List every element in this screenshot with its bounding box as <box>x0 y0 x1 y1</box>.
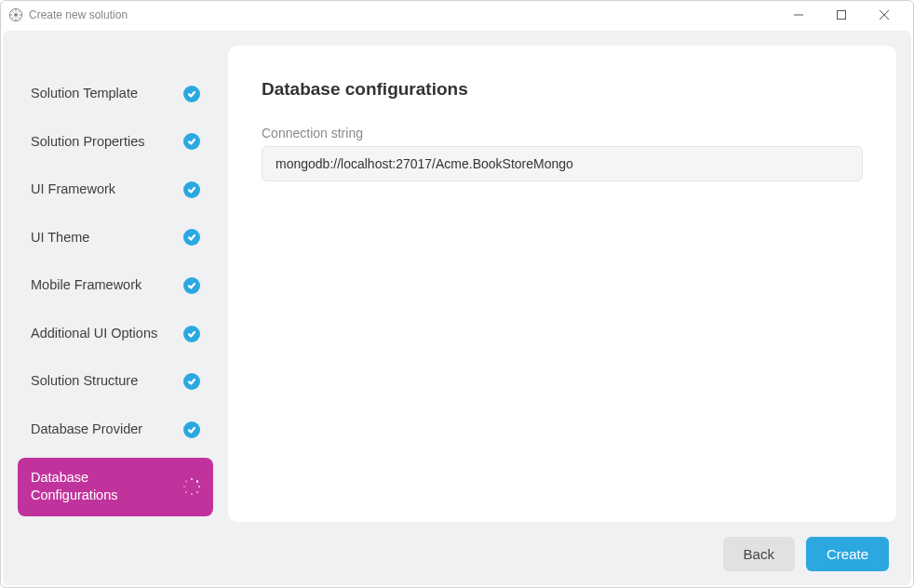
step-database-provider[interactable]: Database Provider <box>18 409 213 450</box>
check-icon <box>183 277 200 294</box>
dialog-body: Solution Template Solution Properties UI… <box>3 31 911 585</box>
create-button[interactable]: Create <box>806 537 889 571</box>
check-icon <box>183 326 200 342</box>
close-button[interactable] <box>863 1 906 29</box>
main-panel: Database configurations Connection strin… <box>228 46 896 522</box>
svg-line-6 <box>12 10 13 11</box>
connection-field: Connection string <box>262 126 863 181</box>
step-ui-framework[interactable]: UI Framework <box>18 169 213 210</box>
svg-point-1 <box>14 13 18 17</box>
content-row: Solution Template Solution Properties UI… <box>3 31 911 522</box>
check-icon <box>183 373 200 390</box>
step-solution-structure[interactable]: Solution Structure <box>18 361 213 402</box>
step-label: Solution Structure <box>31 372 176 391</box>
svg-line-7 <box>19 17 20 18</box>
window-controls <box>777 1 906 29</box>
check-icon <box>183 181 200 198</box>
app-icon <box>8 7 23 22</box>
step-label: Mobile Framework <box>31 276 176 295</box>
step-label: UI Theme <box>31 229 176 247</box>
step-label: Solution Properties <box>31 133 176 152</box>
window-title: Create new solution <box>29 8 128 21</box>
back-button[interactable]: Back <box>723 537 795 571</box>
step-solution-template[interactable]: Solution Template <box>18 74 213 114</box>
dialog-window: Create new solution Solution Template <box>0 0 914 588</box>
svg-rect-11 <box>838 10 846 19</box>
page-title: Database configurations <box>262 79 863 100</box>
step-mobile-framework[interactable]: Mobile Framework <box>18 265 213 306</box>
svg-line-8 <box>12 17 13 18</box>
step-ui-theme[interactable]: UI Theme <box>18 218 213 259</box>
wizard-sidebar: Solution Template Solution Properties UI… <box>18 46 213 522</box>
titlebar: Create new solution <box>1 1 913 29</box>
step-label: Additional UI Options <box>31 325 176 343</box>
maximize-button[interactable] <box>820 1 863 29</box>
check-icon <box>183 133 200 150</box>
connection-string-input[interactable] <box>262 146 863 181</box>
step-additional-ui-options[interactable]: Additional UI Options <box>18 314 213 354</box>
step-solution-properties[interactable]: Solution Properties <box>18 122 213 163</box>
connection-string-label: Connection string <box>262 126 863 140</box>
step-label: Database Configurations <box>31 469 176 505</box>
check-icon <box>183 86 200 102</box>
svg-line-9 <box>19 10 20 11</box>
spinner-icon <box>183 478 200 495</box>
step-database-configurations[interactable]: Database Configurations <box>18 458 213 516</box>
check-icon <box>183 421 200 438</box>
step-label: UI Framework <box>31 180 176 199</box>
check-icon <box>183 229 200 246</box>
step-label: Database Provider <box>31 421 176 439</box>
step-label: Solution Template <box>31 85 176 103</box>
dialog-footer: Back Create <box>3 522 911 585</box>
minimize-button[interactable] <box>777 1 820 29</box>
